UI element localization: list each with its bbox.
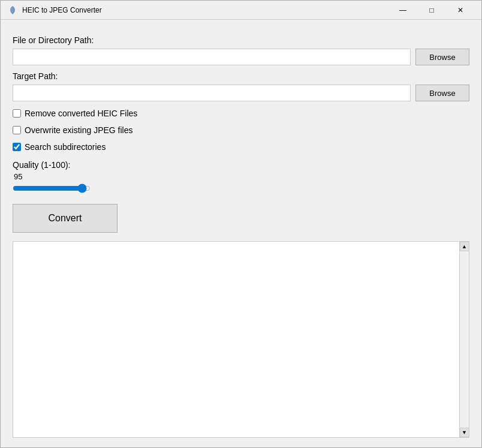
app-icon	[8, 5, 17, 15]
file-path-row: Browse	[13, 49, 469, 65]
search-subdirs-row: Search subdirectories	[13, 142, 469, 152]
close-button[interactable]: ✕	[447, 1, 474, 19]
overwrite-jpeg-label[interactable]: Overwrite existing JPEG files	[25, 125, 133, 135]
main-window: HEIC to JPEG Converter — □ ✕ File or Dir…	[0, 0, 482, 448]
quality-label: Quality (1-100):	[13, 160, 469, 170]
maximize-button[interactable]: □	[418, 1, 445, 19]
overwrite-jpeg-checkbox[interactable]	[13, 126, 21, 134]
browse-button-1[interactable]: Browse	[415, 49, 469, 65]
titlebar: HEIC to JPEG Converter — □ ✕	[1, 1, 481, 20]
scroll-up-arrow[interactable]: ▲	[460, 242, 469, 251]
scroll-track	[460, 251, 469, 428]
quality-value-display: 95	[14, 172, 469, 181]
target-path-label: Target Path:	[13, 71, 469, 81]
target-path-row: Browse	[13, 85, 469, 101]
search-subdirs-label[interactable]: Search subdirectories	[25, 142, 106, 152]
minimize-button[interactable]: —	[389, 1, 417, 19]
quality-slider[interactable]	[13, 182, 91, 194]
output-textarea[interactable]	[13, 242, 459, 437]
remove-heic-label[interactable]: Remove converted HEIC Files	[25, 109, 137, 118]
window-controls: — □ ✕	[389, 1, 474, 19]
content-area: File or Directory Path: Browse Target Pa…	[1, 20, 481, 447]
convert-button[interactable]: Convert	[13, 204, 118, 233]
overwrite-jpeg-row: Overwrite existing JPEG files	[13, 125, 469, 135]
scroll-down-arrow[interactable]: ▼	[460, 428, 469, 437]
file-path-input[interactable]	[13, 49, 411, 65]
remove-heic-row: Remove converted HEIC Files	[13, 109, 469, 118]
search-subdirs-checkbox[interactable]	[13, 143, 21, 151]
window-title: HEIC to JPEG Converter	[22, 6, 389, 14]
output-area-container: ▲ ▼	[13, 241, 469, 438]
file-path-label: File or Directory Path:	[13, 35, 469, 45]
target-path-input[interactable]	[13, 85, 411, 101]
quality-slider-container	[13, 182, 469, 194]
remove-heic-checkbox[interactable]	[13, 109, 21, 118]
browse-button-2[interactable]: Browse	[415, 85, 469, 101]
output-scrollbar: ▲ ▼	[459, 242, 469, 437]
